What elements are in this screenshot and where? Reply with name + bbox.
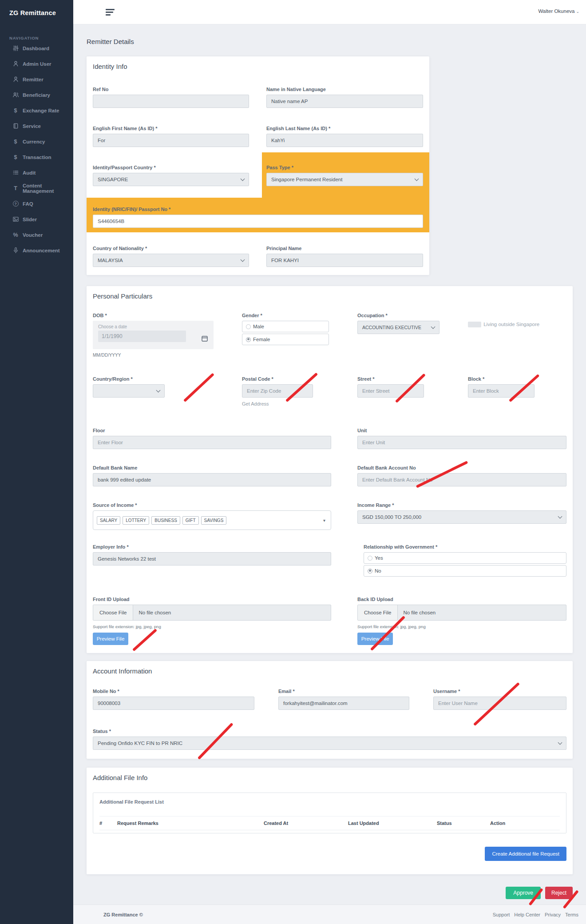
user-menu[interactable]: Walter Okuneva⌄ xyxy=(538,8,579,14)
hamburger-menu-icon[interactable] xyxy=(106,9,115,17)
principal-name-input[interactable]: FOR KAHYI xyxy=(266,254,423,267)
unit-input[interactable]: Enter Unit xyxy=(357,436,566,449)
income-tag[interactable]: SALARY xyxy=(97,516,120,525)
postal-code-input[interactable]: Enter Zip Code xyxy=(242,384,313,398)
sidebar-item-audit[interactable]: Audit xyxy=(0,165,73,180)
status-select[interactable]: Pending Onfido KYC FIN to PR NRIC xyxy=(93,737,566,750)
table-header-row: # Request Remarks Created At Last Update… xyxy=(99,816,560,830)
living-outside-checkbox[interactable] xyxy=(468,322,481,327)
dob-input[interactable]: 1/1/1990 xyxy=(98,331,186,342)
additional-file-info-card: Additional File Info Additional File Req… xyxy=(87,768,573,874)
book-icon xyxy=(12,123,19,130)
file-status: No file chosen xyxy=(133,610,171,615)
sidebar-item-label: Beneficiary xyxy=(23,92,50,98)
gov-option-no[interactable]: No xyxy=(364,565,566,577)
sidebar-item-label: Admin User xyxy=(23,61,51,67)
sidebar-item-slider[interactable]: Slider xyxy=(0,211,73,227)
dollar-icon: $ xyxy=(12,138,19,145)
ref-no-field: Ref No xyxy=(93,87,249,108)
front-preview-file-button[interactable]: Preview File xyxy=(93,633,128,645)
front-id-file-input[interactable]: Choose File No file chosen xyxy=(93,605,331,621)
sidebar-item-exchange-rate[interactable]: $ Exchange Rate xyxy=(0,103,73,118)
sidebar-item-label: Currency xyxy=(23,139,45,144)
back-id-file-input[interactable]: Choose File No file chosen xyxy=(357,605,566,621)
sidebar-item-label: Content Management xyxy=(23,183,73,194)
native-name-input[interactable]: Native name AP xyxy=(266,95,423,108)
question-icon: ? xyxy=(12,200,19,207)
nationality-field: Country of Nationality * MALAYSIA xyxy=(93,246,249,267)
chevron-down-icon xyxy=(558,514,562,518)
sidebar-item-transaction[interactable]: $ Transaction xyxy=(0,149,73,165)
sidebar-item-voucher[interactable]: % Voucher xyxy=(0,227,73,243)
page-title: Remitter Details xyxy=(87,38,573,47)
first-name-input[interactable]: For xyxy=(93,134,249,147)
sidebar-item-service[interactable]: Service xyxy=(0,118,73,134)
email-input[interactable]: forkahyitest@mailinator.com xyxy=(278,697,409,710)
sidebar-item-dashboard[interactable]: Dashboard xyxy=(0,40,73,56)
email-field: Email * forkahyitest@mailinator.com xyxy=(278,689,409,710)
pass-type-select[interactable]: Singapore Permanent Resident xyxy=(266,173,423,186)
identity-no-input[interactable]: S4460654B xyxy=(93,215,423,228)
back-preview-file-button[interactable]: Preview File xyxy=(357,633,393,645)
country-region-select[interactable] xyxy=(93,384,165,398)
field-label: Principal Name xyxy=(266,246,423,253)
default-bank-name-input[interactable]: bank 999 edited update xyxy=(93,473,331,486)
get-address-link[interactable]: Get Address xyxy=(242,401,329,406)
floor-input[interactable]: Enter Floor xyxy=(93,436,331,449)
column-header: # xyxy=(99,820,117,826)
create-additional-file-request-button[interactable]: Create Additional file Request xyxy=(485,847,566,861)
passport-country-field: Identity/Passport Country * SINGAPORE xyxy=(93,165,249,186)
sidebar-item-currency[interactable]: $ Currency xyxy=(0,134,73,149)
choose-file-button[interactable]: Choose File xyxy=(358,605,398,620)
footer-link-terms[interactable]: Terms xyxy=(565,912,578,917)
approve-button[interactable]: Approve xyxy=(506,887,541,899)
sidebar-item-remitter[interactable]: Remitter xyxy=(0,72,73,87)
source-of-income-multiselect[interactable]: SALARY LOTTERY BUSINESS GIFT SAVINGS ▾ xyxy=(93,510,331,530)
floor-field: Floor Enter Floor xyxy=(93,428,331,449)
occupation-select[interactable]: ACCOUNTING EXECUTIVE xyxy=(357,321,440,334)
calendar-icon[interactable] xyxy=(201,335,208,344)
field-label: English First Name (As ID) * xyxy=(93,126,249,133)
gov-option-yes[interactable]: Yes xyxy=(364,552,566,564)
mobile-input[interactable]: 90008003 xyxy=(93,697,254,710)
gender-option-male[interactable]: Male xyxy=(242,321,329,332)
block-input[interactable]: Enter Block xyxy=(468,384,535,398)
last-name-input[interactable]: KahYi xyxy=(266,134,423,147)
employer-info-input[interactable]: Genesis Networks 22 test xyxy=(93,552,331,566)
field-label: Ref No xyxy=(93,87,249,94)
footer: ZG Remittance © Support Help Center Priv… xyxy=(73,904,586,924)
sidebar-item-beneficiary[interactable]: Beneficiary xyxy=(0,87,73,103)
passport-country-select[interactable]: SINGAPORE xyxy=(93,173,249,186)
default-bank-account-input[interactable]: Enter Default Bank Account No xyxy=(357,473,566,486)
sidebar-item-faq[interactable]: ? FAQ xyxy=(0,196,73,211)
street-input[interactable]: Enter Street xyxy=(357,384,424,398)
chevron-down-icon xyxy=(431,324,436,329)
income-range-select[interactable]: SGD 150,000 TO 250,000 xyxy=(357,510,566,524)
sidebar-item-content-management[interactable]: T Content Management xyxy=(0,180,73,196)
field-label: Unit xyxy=(357,428,566,435)
dob-picker[interactable]: Choose a date 1/1/1990 xyxy=(93,321,214,349)
reject-button[interactable]: Reject xyxy=(545,887,573,899)
sidebar: ZG Remittance NAVIGATION Dashboard Admin… xyxy=(0,0,73,924)
ref-no-input[interactable] xyxy=(93,95,249,108)
income-range-field: Income Range * SGD 150,000 TO 250,000 xyxy=(357,502,566,530)
field-label: Mobile No * xyxy=(93,689,254,696)
sidebar-item-announcement[interactable]: Announcement xyxy=(0,243,73,258)
income-tag[interactable]: LOTTERY xyxy=(123,516,149,525)
footer-link-help-center[interactable]: Help Center xyxy=(514,912,540,917)
sidebar-item-label: Dashboard xyxy=(23,46,49,51)
users-icon xyxy=(12,92,19,99)
choose-file-button[interactable]: Choose File xyxy=(93,605,133,620)
income-tag[interactable]: GIFT xyxy=(182,516,199,525)
username-input[interactable]: Enter User Name xyxy=(433,697,566,710)
footer-link-privacy[interactable]: Privacy xyxy=(545,912,561,917)
sidebar-item-admin-user[interactable]: Admin User xyxy=(0,56,73,72)
income-tag[interactable]: SAVINGS xyxy=(201,516,227,525)
block-field: Block * Enter Block xyxy=(468,376,566,406)
source-of-income-field: Source of Income * SALARY LOTTERY BUSINE… xyxy=(93,502,331,530)
nationality-select[interactable]: MALAYSIA xyxy=(93,254,249,267)
user-icon xyxy=(12,76,19,83)
income-tag[interactable]: BUSINESS xyxy=(151,516,180,525)
footer-link-support[interactable]: Support xyxy=(493,912,510,917)
gender-option-female[interactable]: Female xyxy=(242,334,329,345)
